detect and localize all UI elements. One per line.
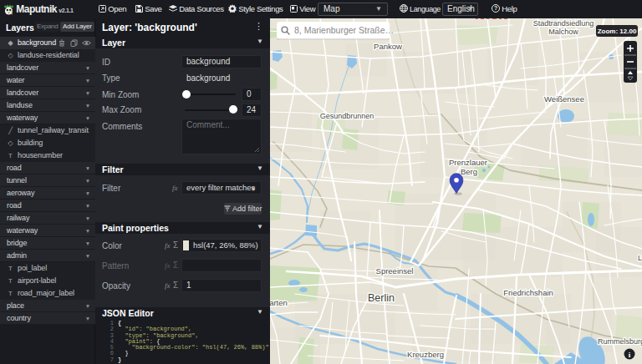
svg-text:Berg: Berg [461, 167, 477, 176]
svg-text:Friedrichshain: Friedrichshain [503, 288, 553, 297]
svg-text:Stadtrandsiedlung: Stadtrandsiedlung [533, 19, 594, 28]
svg-text:Spreeinsel: Spreeinsel [376, 266, 414, 276]
svg-text:8, Marienburger Straße…: 8, Marienburger Straße… [294, 25, 394, 35]
svg-text:Gesundbrunnen: Gesundbrunnen [320, 112, 374, 120]
svg-text:Berlin: Berlin [368, 292, 395, 304]
svg-text:?: ? [494, 5, 497, 11]
svg-text:Prenzlauer: Prenzlauer [449, 158, 487, 167]
svg-text:Zoom: 12.00: Zoom: 12.00 [598, 28, 637, 35]
svg-text:arten: arten [270, 298, 288, 307]
svg-text:Rummelsburg: Rummelsburg [598, 337, 642, 346]
svg-text:Kreuzberg: Kreuzberg [407, 350, 444, 359]
svg-text:Lic: Lic [638, 254, 642, 262]
svg-text:Weißensee: Weißensee [544, 94, 584, 104]
svg-text:Malchow: Malchow [548, 28, 578, 36]
svg-text:Pankow: Pankow [374, 42, 402, 51]
